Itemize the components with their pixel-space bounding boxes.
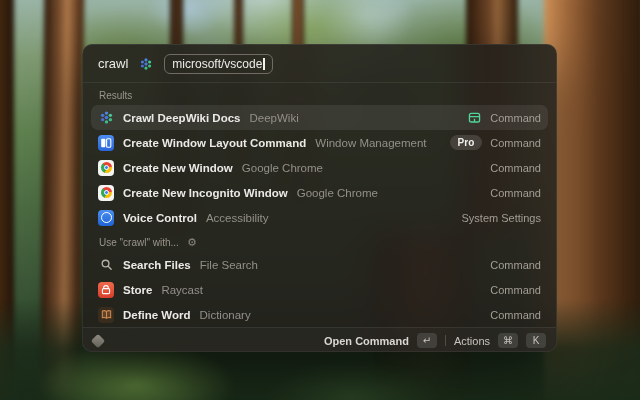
result-row-create-new-incognito-window[interactable]: Create New Incognito Window Google Chrom… — [91, 180, 548, 205]
open-command-button[interactable]: Open Command — [324, 335, 409, 347]
argument-value: microsoft/vscode — [172, 57, 262, 71]
chrome-icon — [98, 185, 114, 201]
search-bar[interactable]: crawl microsoft/vscode — [83, 45, 556, 82]
store-icon — [98, 282, 114, 298]
raycast-logo-icon — [91, 333, 105, 347]
result-title: Search Files — [123, 259, 191, 271]
gear-icon[interactable]: ⚙ — [187, 237, 197, 248]
result-subtitle: Google Chrome — [242, 162, 323, 174]
voice-control-icon — [98, 210, 114, 226]
result-title: Create New Incognito Window — [123, 187, 288, 199]
result-row-store[interactable]: Store Raycast Command — [91, 277, 548, 302]
result-title: Define Word — [123, 309, 191, 321]
result-title: Voice Control — [123, 212, 197, 224]
k-keycap: K — [526, 333, 546, 348]
result-type: System Settings — [462, 212, 541, 224]
result-title: Create New Window — [123, 162, 233, 174]
deepwiki-icon — [98, 110, 114, 126]
chrome-icon — [98, 160, 114, 176]
results-label: Results — [99, 90, 132, 101]
result-title: Crawl DeepWiki Docs — [123, 112, 241, 124]
result-type: Command — [490, 259, 541, 271]
result-type: Command — [490, 137, 541, 149]
use-with-label: Use "crawl" with... — [99, 237, 179, 248]
result-subtitle: Window Management — [315, 137, 426, 149]
result-type: Command — [490, 187, 541, 199]
window-layout-icon — [98, 135, 114, 151]
magnifier-icon — [98, 257, 114, 273]
search-input[interactable]: crawl — [98, 56, 128, 71]
result-row-search-files[interactable]: Search Files File Search Command — [91, 252, 548, 277]
pro-badge: Pro — [450, 135, 483, 150]
result-row-define-word[interactable]: Define Word Dictionary Command — [91, 302, 548, 327]
dictionary-icon — [98, 307, 114, 323]
action-bar: Open Command ↵ Actions ⌘ K — [83, 327, 556, 352]
deepwiki-icon — [138, 56, 154, 72]
result-subtitle: DeepWiki — [250, 112, 299, 124]
result-subtitle: Dictionary — [200, 309, 251, 321]
result-type: Command — [490, 112, 541, 124]
result-title: Store — [123, 284, 152, 296]
actions-button[interactable]: Actions — [454, 335, 490, 347]
use-with-section-header: Use "crawl" with... ⚙ — [83, 230, 556, 252]
result-subtitle: File Search — [200, 259, 258, 271]
footer-divider — [445, 335, 446, 346]
result-row-crawl-deepwiki-docs[interactable]: Crawl DeepWiki Docs DeepWiki Command — [91, 105, 548, 130]
result-title: Create Window Layout Command — [123, 137, 306, 149]
result-type: Command — [490, 309, 541, 321]
result-type: Command — [490, 162, 541, 174]
argument-field[interactable]: microsoft/vscode — [164, 54, 273, 74]
desktop: crawl microsoft/vscode Results — [0, 0, 640, 400]
results-section-header: Results — [83, 83, 556, 105]
result-type: Command — [490, 284, 541, 296]
result-subtitle: Raycast — [161, 284, 203, 296]
result-subtitle: Accessibility — [206, 212, 269, 224]
result-row-create-new-window[interactable]: Create New Window Google Chrome Command — [91, 155, 548, 180]
enter-keycap: ↵ — [417, 333, 437, 348]
result-subtitle: Google Chrome — [297, 187, 378, 199]
result-row-voice-control[interactable]: Voice Control Accessibility System Setti… — [91, 205, 548, 230]
raycast-window: crawl microsoft/vscode Results — [82, 44, 557, 352]
result-row-create-window-layout[interactable]: Create Window Layout Command Window Mana… — [91, 130, 548, 155]
text-cursor — [263, 58, 265, 70]
deepwiki-docs-icon — [467, 110, 482, 125]
cmd-keycap: ⌘ — [498, 333, 518, 348]
